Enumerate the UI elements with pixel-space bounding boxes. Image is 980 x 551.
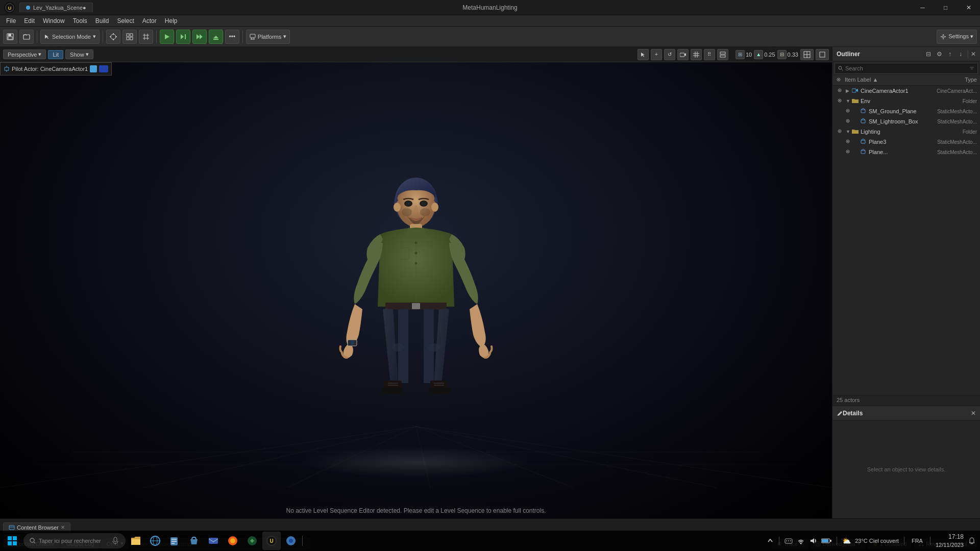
perspective-button[interactable]: Perspective ▾ [3, 49, 46, 59]
pilot-lock-button[interactable] [90, 65, 97, 72]
taskbar-icon-browser[interactable] [146, 532, 164, 550]
lighting-type: Folder [931, 129, 977, 135]
taskbar-notification-icon[interactable] [968, 537, 976, 545]
details-close-button[interactable]: ✕ [971, 410, 976, 417]
outliner-item-lighting-folder[interactable]: ▼ Lighting Folder [832, 127, 980, 137]
viewport-dots-icon[interactable]: ⠿ [704, 49, 715, 60]
menu-edit[interactable]: Edit [20, 16, 39, 26]
outliner-close-button[interactable]: ✕ [971, 51, 976, 58]
content-browser-close-icon[interactable]: ✕ [61, 524, 65, 530]
lightroom-visibility[interactable] [845, 118, 853, 126]
ground-visibility[interactable] [845, 108, 853, 115]
more-options-button[interactable]: ••• [225, 30, 239, 44]
play-button[interactable] [160, 30, 174, 44]
settings-button[interactable]: Settings ▾ [937, 30, 977, 44]
item-visibility-toggle[interactable] [837, 87, 845, 95]
env-type: Folder [931, 98, 977, 104]
skip-button[interactable] [192, 30, 207, 44]
show-button[interactable]: Show ▾ [65, 49, 93, 59]
taskbar-icon-mail[interactable] [204, 532, 223, 550]
taskbar-date-value: 12/11/2023 [936, 541, 964, 548]
outliner-settings-button[interactable]: ⚙ [935, 49, 944, 59]
taskbar-search-bar[interactable]: Taper ici pour rechercher [23, 533, 126, 548]
viewport-rotate-icon[interactable]: ↺ [664, 49, 675, 60]
grid-snap-icon: ⊞ [736, 50, 745, 59]
rotation-num-control: ▲ 0.25 [754, 50, 775, 59]
env-expand-arrow[interactable]: ▼ [846, 98, 852, 104]
lighting-label: Lighting [861, 129, 931, 135]
viewport[interactable]: Perspective ▾ Lit Show ▾ + ↺ [0, 47, 832, 518]
minimize-button[interactable]: ─ [911, 0, 934, 15]
pilot-camera-button[interactable] [99, 65, 108, 72]
svg-point-58 [394, 203, 401, 212]
platforms-label: Platforms [258, 34, 281, 40]
menu-tools[interactable]: Tools [69, 16, 91, 26]
viewport-layout-button[interactable] [800, 49, 814, 60]
advance-frame-button[interactable] [176, 30, 190, 44]
outliner-panel: Outliner ⊟ ⚙ ↑ ↓ ✕ [832, 47, 980, 406]
start-button[interactable] [2, 532, 22, 550]
transform-button[interactable] [106, 30, 120, 44]
outliner-item-camera[interactable]: ▶ CineCameraActor1 CineCameraAct... [832, 86, 980, 96]
restore-button[interactable]: □ [934, 0, 957, 15]
outliner-column-header: Item Label ▲ Type [832, 76, 980, 86]
svg-point-91 [838, 79, 840, 81]
lit-button[interactable]: Lit [48, 50, 63, 59]
main-layout: Perspective ▾ Lit Show ▾ + ↺ [0, 47, 980, 518]
taskbar-icon-files[interactable] [165, 532, 184, 550]
grid-button[interactable] [139, 30, 153, 44]
plane3-visibility[interactable] [845, 138, 853, 146]
taskbar-datetime[interactable]: 17:18 12/11/2023 [936, 533, 964, 548]
outliner-item-plane-more[interactable]: Plane... StaticMeshActo... [832, 147, 980, 157]
pilot-actor-label: Pilot Actor: CineCameraActor1 [12, 66, 88, 72]
taskbar-icon-chrome[interactable] [282, 532, 300, 550]
taskbar-icon-explorer[interactable] [127, 532, 145, 550]
item-expand-arrow[interactable]: ▶ [846, 88, 852, 93]
taskbar-language-badge[interactable]: FRA [910, 537, 925, 545]
taskbar-icon-firefox[interactable] [224, 532, 242, 550]
svg-point-110 [847, 151, 849, 152]
viewport-plus-icon[interactable]: + [651, 49, 662, 60]
menu-actor[interactable]: Actor [138, 16, 161, 26]
perspective-arrow: ▾ [38, 51, 41, 58]
outliner-filter-button[interactable]: ⊟ [924, 49, 933, 59]
cursor-icon[interactable] [638, 49, 649, 60]
outliner-item-plane3[interactable]: Plane3 StaticMeshActo... [832, 137, 980, 147]
save-button[interactable] [3, 30, 17, 44]
open-button[interactable] [19, 30, 34, 44]
outliner-search-bar[interactable] [835, 63, 978, 74]
taskbar-icon-app1[interactable] [243, 532, 261, 550]
taskbar-sound-icon[interactable] [809, 537, 817, 545]
windows-taskbar: Taper ici pour rechercher U [0, 531, 980, 551]
eject-button[interactable] [209, 30, 223, 44]
outliner-item-env-folder[interactable]: ▼ Env Folder [832, 96, 980, 106]
lighting-expand-arrow[interactable]: ▼ [846, 129, 852, 134]
selection-mode-button[interactable]: Selection Mode ▾ [40, 30, 100, 44]
scene-tab[interactable]: Lev_Yazkua_Scene● [19, 3, 93, 12]
camera-icon [852, 88, 859, 94]
menu-window[interactable]: Window [39, 16, 69, 26]
menu-select[interactable]: Select [113, 16, 138, 26]
outliner-item-lightroom-box[interactable]: SM_Lightroom_Box StaticMeshActo... [832, 116, 980, 127]
viewport-camera-icon[interactable] [677, 49, 689, 60]
taskbar-icon-store[interactable] [185, 532, 203, 550]
outliner-import-button[interactable]: ↓ [956, 49, 965, 59]
close-button[interactable]: ✕ [957, 0, 980, 15]
platforms-button[interactable]: Platforms ▾ [246, 30, 290, 44]
outliner-export-button[interactable]: ↑ [945, 49, 954, 59]
plane-more-visibility[interactable] [845, 148, 853, 156]
outliner-item-ground-plane[interactable]: SM_Ground_Plane StaticMeshActo... [832, 106, 980, 116]
taskbar-arrow-up-icon[interactable] [767, 537, 774, 544]
item-env-visibility[interactable] [837, 97, 845, 105]
snap-button[interactable] [122, 30, 137, 44]
menu-file[interactable]: File [2, 16, 20, 26]
outliner-search-input[interactable] [845, 65, 967, 71]
menu-help[interactable]: Help [161, 16, 182, 26]
viewport-table-icon[interactable] [717, 49, 728, 60]
taskbar-icon-ue[interactable]: U [262, 532, 281, 550]
viewport-grid-icon[interactable] [691, 49, 702, 60]
lighting-visibility[interactable] [837, 128, 845, 136]
taskbar-search-text: Taper ici pour rechercher [39, 538, 101, 544]
menu-build[interactable]: Build [91, 16, 113, 26]
viewport-maximize-button[interactable] [816, 49, 829, 60]
